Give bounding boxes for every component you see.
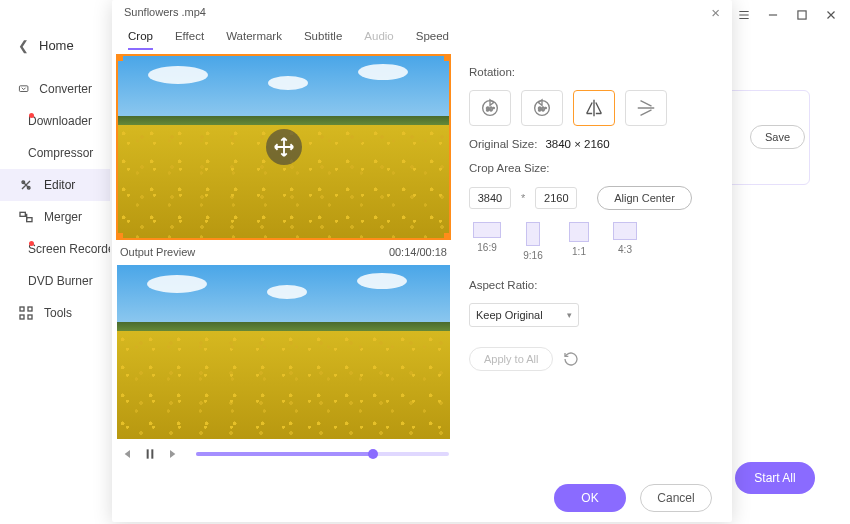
tab-speed[interactable]: Speed — [416, 30, 449, 50]
sidebar-item-label: Compressor — [28, 146, 93, 160]
ratio-4-3-button[interactable]: 4:3 — [607, 222, 643, 261]
multiply-icon: * — [517, 192, 529, 204]
sidebar-item-label: Editor — [44, 178, 75, 192]
rotate-cw-button[interactable]: 90° — [469, 90, 511, 126]
sidebar-item-dvd-burner[interactable]: DVD Burner — [0, 265, 110, 297]
crop-height-input[interactable] — [535, 187, 577, 209]
prev-frame-icon[interactable] — [118, 446, 134, 462]
svg-rect-4 — [20, 212, 25, 216]
crop-handle-br[interactable] — [444, 233, 451, 240]
dialog-title: Sunflowers .mp4 — [124, 6, 206, 18]
pause-icon[interactable] — [142, 446, 158, 462]
ratio-9-16-button[interactable]: 9:16 — [515, 222, 551, 261]
save-button[interactable]: Save — [750, 125, 805, 149]
crop-width-input[interactable] — [469, 187, 511, 209]
dialog-close-icon[interactable]: × — [711, 4, 720, 21]
svg-rect-10 — [20, 307, 24, 311]
minimize-icon[interactable] — [766, 8, 780, 22]
aspect-ratio-label: Aspect Ratio: — [469, 279, 718, 291]
svg-rect-12 — [20, 315, 24, 319]
svg-text:90°: 90° — [538, 106, 546, 112]
converter-icon — [18, 81, 29, 97]
sidebar-item-screen-recorder[interactable]: Screen Recorder — [0, 233, 110, 265]
crop-handle-tl[interactable] — [116, 54, 123, 61]
playback-time: 00:14/00:18 — [389, 246, 447, 258]
progress-slider[interactable] — [196, 452, 449, 456]
sidebar-item-label: Tools — [44, 306, 72, 320]
svg-rect-0 — [19, 86, 27, 92]
svg-text:90°: 90° — [486, 106, 494, 112]
ratio-16-9-button[interactable]: 16:9 — [469, 222, 505, 261]
sidebar-item-label: Downloader — [28, 114, 92, 128]
tools-icon — [18, 305, 34, 321]
editor-icon — [18, 177, 34, 193]
next-frame-icon[interactable] — [166, 446, 182, 462]
tab-subtitle[interactable]: Subtitle — [304, 30, 342, 50]
output-preview-label: Output Preview — [120, 246, 195, 258]
tab-effect[interactable]: Effect — [175, 30, 204, 50]
rotate-ccw-button[interactable]: 90° — [521, 90, 563, 126]
svg-rect-14 — [798, 11, 806, 19]
home-label: Home — [39, 38, 74, 53]
sidebar-item-merger[interactable]: Merger — [0, 201, 110, 233]
crop-size-label: Crop Area Size: — [469, 162, 718, 174]
tab-watermark[interactable]: Watermark — [226, 30, 282, 50]
move-handle-icon[interactable] — [266, 129, 302, 165]
svg-rect-11 — [28, 307, 32, 311]
sidebar-item-label: DVD Burner — [28, 274, 93, 288]
maximize-icon[interactable] — [795, 8, 809, 22]
sidebar-item-label: Screen Recorder — [28, 242, 119, 256]
flip-horizontal-button[interactable] — [573, 90, 615, 126]
progress-thumb[interactable] — [368, 449, 378, 459]
flip-vertical-button[interactable] — [625, 90, 667, 126]
svg-rect-5 — [27, 218, 32, 222]
tab-crop[interactable]: Crop — [128, 30, 153, 50]
sidebar-item-downloader[interactable]: Downloader — [0, 105, 110, 137]
sidebar-item-compressor[interactable]: Compressor — [0, 137, 110, 169]
original-size-label: Original Size: — [469, 138, 537, 150]
crop-preview[interactable] — [116, 54, 451, 240]
crop-handle-tr[interactable] — [444, 54, 451, 61]
sidebar-item-editor[interactable]: Editor — [0, 169, 110, 201]
ratio-1-1-button[interactable]: 1:1 — [561, 222, 597, 261]
align-center-button[interactable]: Align Center — [597, 186, 692, 210]
output-preview — [116, 264, 451, 440]
original-size-value: 3840 × 2160 — [545, 138, 609, 150]
chevron-left-icon: ❮ — [18, 38, 29, 53]
apply-to-all-button[interactable]: Apply to All — [469, 347, 553, 371]
reset-icon[interactable] — [563, 351, 579, 367]
start-all-button[interactable]: Start All — [735, 462, 815, 494]
editor-dialog: Sunflowers .mp4 × Crop Effect Watermark … — [112, 0, 732, 522]
tab-audio: Audio — [364, 30, 393, 50]
svg-rect-13 — [28, 315, 32, 319]
sidebar-item-tools[interactable]: Tools — [0, 297, 110, 329]
sidebar-item-converter[interactable]: Converter — [0, 73, 110, 105]
crop-handle-bl[interactable] — [116, 233, 123, 240]
cancel-button[interactable]: Cancel — [640, 484, 712, 512]
notification-dot-icon — [29, 113, 34, 118]
sidebar-item-label: Merger — [44, 210, 82, 224]
nav-home[interactable]: ❮ Home — [0, 30, 110, 61]
svg-rect-16 — [151, 449, 153, 458]
chevron-down-icon: ▾ — [567, 310, 572, 320]
ok-button[interactable]: OK — [554, 484, 626, 512]
notification-dot-icon — [29, 241, 34, 246]
aspect-ratio-select[interactable]: Keep Original ▾ — [469, 303, 579, 327]
rotation-label: Rotation: — [469, 66, 718, 78]
sidebar-item-label: Converter — [39, 82, 92, 96]
close-icon[interactable] — [824, 8, 838, 22]
svg-rect-15 — [147, 449, 149, 458]
menu-icon[interactable] — [737, 8, 751, 22]
merger-icon — [18, 209, 34, 225]
